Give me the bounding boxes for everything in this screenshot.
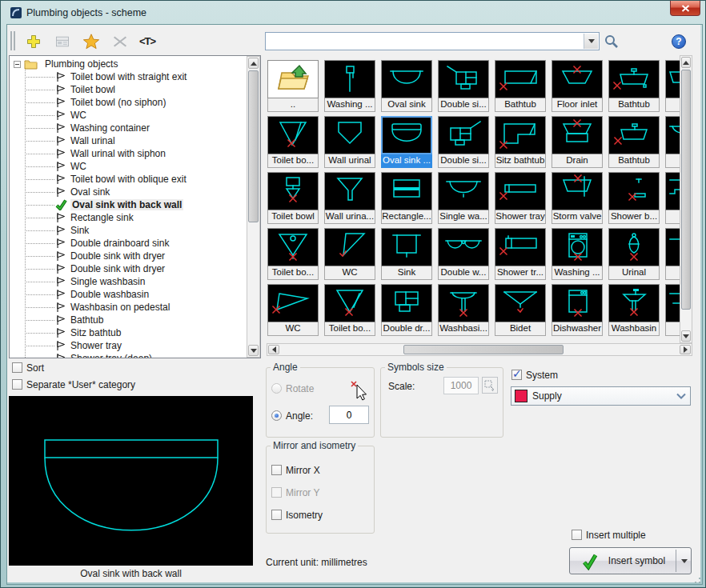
tree-item[interactable]: Wall urinal with siphon (10, 147, 260, 160)
insert-symbol-button[interactable]: Insert symbol (569, 547, 692, 574)
search-combobox[interactable] (265, 32, 600, 50)
symbol-tile[interactable]: Shower tray (495, 172, 546, 224)
symbol-tile[interactable]: Double w... (438, 228, 489, 280)
toolbar-grip[interactable] (10, 31, 15, 50)
rotate-radio[interactable] (271, 383, 282, 394)
tree-item[interactable]: Wall urinal (10, 134, 260, 147)
symbol-tile[interactable]: Was (665, 60, 680, 112)
system-dropdown-button[interactable] (674, 389, 688, 403)
angle-input[interactable] (329, 406, 369, 424)
isometry-checkbox[interactable] (271, 510, 282, 520)
symbol-tile[interactable]: Rectangle... (381, 172, 432, 224)
scroll-thumb[interactable] (403, 345, 564, 354)
card-view-button[interactable] (52, 31, 73, 51)
favorites-button[interactable] (81, 31, 102, 51)
symbol-tile[interactable]: Washbasi... (438, 284, 489, 336)
angle-radio[interactable] (271, 410, 282, 421)
symbol-tile[interactable]: Toilet bo... (267, 228, 319, 280)
symbol-tile[interactable]: Sink (381, 228, 432, 280)
close-button[interactable] (670, 1, 700, 16)
title-bar[interactable]: Plumbing objects - scheme (1, 1, 705, 25)
symbol-tile[interactable]: Doub (665, 116, 680, 168)
sort-checkbox[interactable] (12, 362, 22, 373)
scroll-thumb[interactable] (681, 70, 691, 310)
text-tool-button[interactable]: <T> (137, 31, 158, 51)
tree-item[interactable]: Sink (10, 224, 260, 237)
symbol-tile[interactable]: Toilet bo... (324, 284, 375, 336)
category-tree[interactable]: Plumbing objects Toilet bowl with straig… (9, 55, 261, 358)
grid-horizontal-scrollbar[interactable] (267, 343, 692, 356)
tree-item[interactable]: Shower tray (10, 339, 260, 352)
symbol-tile[interactable]: Sitz bathtub (495, 116, 546, 168)
tree-item[interactable]: Bathtub (10, 314, 260, 326)
symbol-tile[interactable]: Toilet bo... (267, 116, 319, 168)
symbol-tile[interactable]: Single wa... (438, 172, 489, 224)
insert-options-arrow[interactable] (681, 559, 688, 563)
scale-input[interactable] (443, 377, 479, 394)
search-input[interactable] (267, 34, 584, 49)
symbol-tile[interactable]: Bathtub (608, 60, 660, 112)
insert-multiple-checkbox[interactable] (572, 530, 582, 540)
add-button[interactable] (23, 31, 44, 51)
symbol-tile[interactable]: Drain (552, 116, 603, 168)
tree-item[interactable]: Single washbasin (10, 275, 260, 288)
system-combobox[interactable]: Supply (511, 386, 691, 406)
delete-button[interactable] (110, 31, 130, 51)
symbol-tile[interactable]: Bidet (495, 284, 546, 336)
scroll-thumb[interactable] (248, 70, 259, 222)
symbol-tile[interactable]: Urinal (608, 228, 660, 280)
tree-item[interactable]: Double washbasin (10, 288, 260, 301)
symbol-tile[interactable]: WC (324, 228, 375, 280)
tree-item[interactable]: Toilet bowl (10, 83, 260, 96)
symbol-tile[interactable]: Washing ... (552, 228, 603, 280)
symbol-tile[interactable]: Shower b... (608, 172, 660, 224)
tree-item[interactable]: Shower tray (deep) (10, 352, 260, 358)
scroll-down-button[interactable] (248, 345, 259, 356)
symbol-tile[interactable]: Floor inlet (552, 60, 603, 112)
symbol-tile[interactable]: Washbasin (608, 284, 660, 336)
tree-item[interactable]: Washing container (10, 122, 260, 134)
tree-item[interactable]: Double sink with dryer (10, 262, 260, 275)
tree-item[interactable]: Oval sink (10, 186, 260, 198)
scroll-up-button[interactable] (681, 57, 691, 68)
symbol-tile[interactable]: Wall urina... (324, 172, 375, 224)
symbol-tile[interactable]: Storm valve (552, 172, 603, 224)
tree-item[interactable]: Rectangle sink (10, 211, 260, 224)
tree-item[interactable]: WC (10, 109, 260, 122)
tree-item[interactable]: Double drainboard sink (10, 237, 260, 250)
tree-item[interactable]: Sitz bathtub (10, 326, 260, 339)
tree-item[interactable]: Double sink with dryer (10, 250, 260, 262)
symbol-tile[interactable]: Toilet bowl (267, 172, 319, 224)
tree-item[interactable]: Toilet bowl (no siphon) (10, 96, 260, 109)
tree-item[interactable]: Toilet bowl with straight exit (10, 70, 260, 83)
symbol-tile[interactable]: WC (267, 284, 319, 336)
scroll-up-button[interactable] (248, 58, 259, 69)
help-button[interactable]: ? (672, 34, 686, 49)
symbol-tile[interactable]: Oval sink ... (381, 116, 432, 168)
tree-item[interactable]: Oval sink with back wall (10, 198, 260, 211)
symbol-tile[interactable]: Bathtub (608, 116, 660, 168)
search-button[interactable] (604, 34, 620, 50)
symbol-tile[interactable]: Dishwasher (552, 284, 603, 336)
search-dropdown-button[interactable] (584, 34, 598, 49)
symbol-tile[interactable]: Double si... (438, 116, 489, 168)
tree-scrollbar[interactable] (247, 56, 260, 358)
symbol-tile[interactable]: Double dr... (381, 284, 432, 336)
tree-item[interactable]: Toilet bowl with oblique exit (10, 173, 260, 186)
scroll-left-button[interactable] (268, 345, 279, 354)
scroll-right-button[interactable] (680, 345, 691, 354)
symbol-tile[interactable]: Shower tr... (495, 228, 546, 280)
symbol-tile[interactable]: Rig (665, 284, 680, 336)
collapse-minus-icon[interactable] (14, 61, 21, 68)
tree-item[interactable]: Washbasin on pedestal (10, 301, 260, 314)
symbol-tile[interactable]: Oval sink (381, 60, 432, 112)
pick-scale-button[interactable] (482, 377, 498, 394)
resize-grip[interactable] (692, 574, 702, 585)
grid-vertical-scrollbar[interactable] (680, 55, 692, 343)
tree-root[interactable]: Plumbing objects (10, 58, 260, 70)
system-checkbox[interactable]: ✓ (511, 370, 522, 380)
symbol-tile[interactable]: Lef (665, 228, 680, 280)
scroll-down-button[interactable] (681, 330, 691, 342)
symbol-tile[interactable]: Bathtub (495, 60, 546, 112)
tree-item[interactable]: WC (10, 160, 260, 173)
